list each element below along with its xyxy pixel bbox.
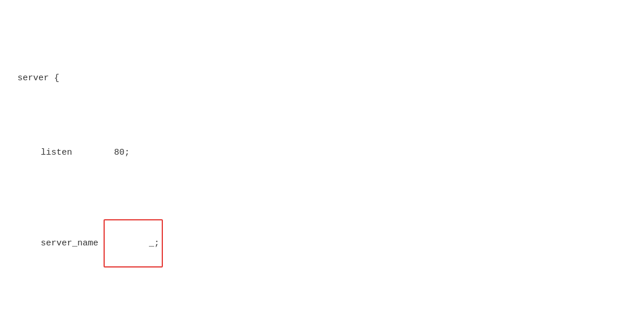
line-server-name: server_name _;: [17, 219, 627, 268]
server-name-semicolon: ;: [154, 238, 159, 248]
line-listen: listen 80;: [17, 145, 627, 160]
server-name-value: _: [149, 238, 154, 248]
server-name-value-box: _;: [104, 219, 163, 268]
code-block: server { listen 80; server_name _; locat…: [17, 12, 627, 321]
line-server-open: server {: [17, 71, 627, 86]
listen-value: 80;: [72, 145, 130, 160]
listen-label: listen: [41, 145, 72, 160]
server-open-text: server {: [17, 71, 59, 86]
server-name-label: server_name: [41, 236, 98, 251]
page-wrapper: server { listen 80; server_name _; locat…: [0, 0, 644, 321]
